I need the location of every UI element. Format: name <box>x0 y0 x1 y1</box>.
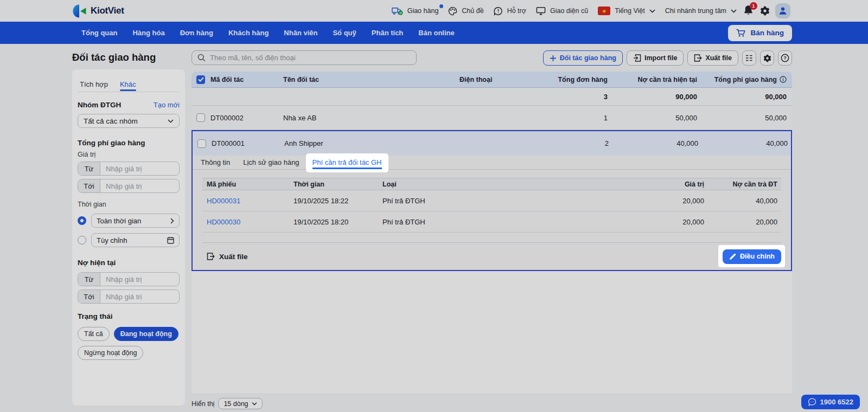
nav-item-so-quy[interactable]: Sổ quỹ <box>325 22 363 44</box>
chevron-right-icon <box>170 218 174 224</box>
page-size-select[interactable]: 15 dòng <box>218 398 263 409</box>
col-header-debt[interactable]: Nợ cần trả hiện tại <box>608 76 697 83</box>
sidebar-tab-tich-hop[interactable]: Tích hợp <box>80 77 108 92</box>
fee-debt: 20,000 <box>705 218 781 226</box>
monitor-icon <box>536 7 546 15</box>
partner-fee: 40,000 <box>698 139 793 147</box>
user-avatar[interactable] <box>775 3 790 18</box>
adjust-button-label: Điều chỉnh <box>740 253 775 260</box>
debt-from-input[interactable] <box>100 273 179 286</box>
user-icon <box>778 7 787 15</box>
group-select[interactable]: Tất cả các nhóm <box>78 114 180 128</box>
fee-doc-link[interactable]: HD000031 <box>202 197 289 205</box>
time-all-option[interactable]: Toàn thời gian <box>91 214 180 228</box>
add-partner-button[interactable]: Đối tác giao hàng <box>543 50 623 66</box>
check-icon <box>198 77 204 82</box>
adjust-button[interactable]: Điều chỉnh <box>723 249 781 264</box>
sidebar-tab-khac[interactable]: Khác <box>120 77 136 92</box>
debt-from-prefix: Từ <box>78 273 100 286</box>
fee-doc-link[interactable]: HD000030 <box>202 218 289 226</box>
nav-item-khach-hang[interactable]: Khách hàng <box>221 22 276 44</box>
columns-icon <box>745 55 753 61</box>
time-custom-option[interactable]: Tùy chỉnh <box>91 233 180 247</box>
fee-col-id: Mã phiếu <box>202 181 289 188</box>
time-all-row: Toàn thời gian <box>78 214 180 228</box>
file-export-icon <box>207 252 215 261</box>
col-header-code[interactable]: Mã đối tác <box>210 76 283 83</box>
notifications-button[interactable]: 1 <box>743 5 754 17</box>
fee-from-input[interactable] <box>100 162 179 175</box>
status-section-label: Trạng thái <box>78 312 180 320</box>
fee-to-field: Tới <box>78 179 180 193</box>
row-checkbox[interactable] <box>196 113 205 122</box>
summary-debt: 90,000 <box>608 93 697 101</box>
debt-to-input[interactable] <box>100 290 179 303</box>
hotline-number: 1900 6522 <box>820 398 853 406</box>
topbar-item-delivery[interactable]: Giao hàng <box>392 7 439 15</box>
sell-button[interactable]: Bán hàng <box>728 25 792 41</box>
time-custom-radio[interactable] <box>78 236 86 244</box>
help-icon: ? <box>781 54 789 62</box>
partner-fee: 50,000 <box>697 114 792 122</box>
group-section-row: Nhóm ĐTGH Tạo mới <box>78 101 180 109</box>
support-hotline-button[interactable]: 1900 6522 <box>801 395 860 409</box>
topbar-item-old-ui[interactable]: Giao diện cũ <box>536 7 588 15</box>
topbar-support-label: Hỗ trợ <box>507 7 526 15</box>
topbar-item-theme[interactable]: Chủ đề <box>448 7 483 16</box>
detail-tab-thong-tin[interactable]: Thông tin <box>201 156 230 169</box>
col-header-orders[interactable]: Tổng đơn hàng <box>530 76 608 83</box>
summary-fee: 90,000 <box>697 93 792 101</box>
nav-item-phan-tich[interactable]: Phân tích <box>364 22 411 44</box>
detail-tab-lich-su[interactable]: Lịch sử giao hàng <box>243 156 299 169</box>
partner-row-dt000001[interactable]: DT000001 Anh Shipper 2 40,000 40,000 <box>193 131 791 156</box>
chat-bubble-icon <box>808 398 816 406</box>
nav-item-hang-hoa[interactable]: Hàng hóa <box>125 22 172 44</box>
status-inactive-pill[interactable]: Ngừng hoạt động <box>78 346 143 360</box>
fee-to-input[interactable] <box>100 179 179 192</box>
nav-item-don-hang[interactable]: Đơn hàng <box>173 22 221 44</box>
sidebar-tabs: Tích hợp Khác <box>78 69 180 92</box>
help-button[interactable]: ? <box>778 50 792 66</box>
calendar-icon <box>167 236 174 244</box>
col-header-name[interactable]: Tên đối tác <box>283 76 459 83</box>
partner-name: Nhà xe AB <box>283 114 459 122</box>
create-group-link[interactable]: Tạo mới <box>154 101 180 109</box>
time-all-radio[interactable] <box>78 216 86 225</box>
topbar-delivery-label: Giao hàng <box>407 7 439 15</box>
branch-selector[interactable]: Chi nhánh trung tâm <box>665 7 737 15</box>
export-file-button[interactable]: Xuất file <box>687 50 738 66</box>
row-checkbox[interactable] <box>197 139 206 148</box>
list-settings-button[interactable] <box>760 50 774 66</box>
col-header-phone[interactable]: Điện thoại <box>459 76 530 83</box>
info-icon[interactable] <box>780 76 787 83</box>
detail-export-button[interactable]: Xuất file <box>207 252 248 261</box>
sell-button-label: Bán hàng <box>750 29 784 37</box>
kiotviet-logo[interactable]: KiotViet <box>72 4 124 18</box>
language-selector[interactable]: ★ Tiếng Việt <box>598 7 655 15</box>
gear-icon <box>760 6 770 16</box>
page-title: Đối tác giao hàng <box>72 50 185 69</box>
status-all-pill[interactable]: Tất cả <box>78 327 110 341</box>
partner-debt: 40,000 <box>609 139 698 147</box>
search-input[interactable] <box>210 54 411 62</box>
column-settings-button[interactable] <box>742 50 756 66</box>
fee-value: 20,000 <box>613 197 705 205</box>
chevron-down-icon <box>252 402 257 405</box>
import-file-button[interactable]: Import file <box>627 50 684 66</box>
search-box[interactable] <box>192 50 417 65</box>
col-header-fee[interactable]: Tổng phí giao hàng <box>697 76 792 83</box>
file-import-icon <box>633 54 641 62</box>
import-file-label: Import file <box>644 54 677 62</box>
topbar-item-support[interactable]: Hỗ trợ <box>494 7 526 16</box>
partner-row-dt000002[interactable]: DT000002 Nhà xe AB 1 50,000 50,000 <box>192 106 792 130</box>
status-active-pill[interactable]: Đang hoạt động <box>114 327 178 341</box>
settings-button[interactable] <box>760 6 770 16</box>
detail-tab-phi-can-tra[interactable]: Phí cần trả đối tác GH <box>312 156 382 169</box>
svg-text:?: ? <box>783 55 787 61</box>
select-all-checkbox[interactable] <box>196 75 205 84</box>
nav-item-tong-quan[interactable]: Tổng quan <box>74 22 125 44</box>
nav-item-nhan-vien[interactable]: Nhân viên <box>276 22 325 44</box>
nav-item-ban-online[interactable]: Bán online <box>411 22 462 44</box>
fee-debt: 40,000 <box>705 197 781 205</box>
group-select-value: Tất cả các nhóm <box>84 117 138 125</box>
